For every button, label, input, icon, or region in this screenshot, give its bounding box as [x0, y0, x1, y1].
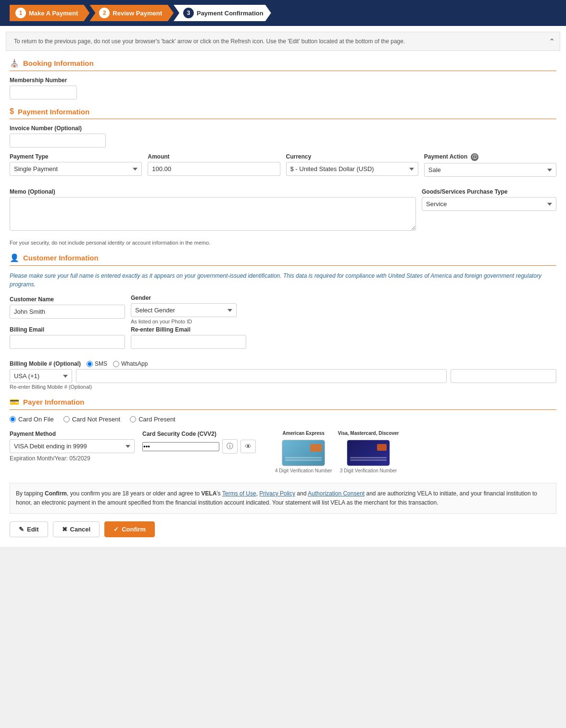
sms-label: SMS: [95, 360, 107, 367]
mobile-label-row: Billing Mobile # (Optional) SMS WhatsApp: [10, 360, 556, 367]
cancel-button[interactable]: ✖ Cancel: [53, 521, 100, 537]
step-3-label: Payment Confirmation: [197, 10, 264, 17]
cancel-label: Cancel: [70, 526, 91, 533]
invoice-input[interactable]: [10, 134, 106, 148]
visa-label: Visa, Mastercard, Discover: [338, 431, 399, 436]
confirm-button[interactable]: ✓ Confirm: [104, 521, 155, 537]
mobile-input[interactable]: [76, 369, 447, 383]
action-buttons: ✎ Edit ✖ Cancel ✓ Confirm: [10, 521, 556, 537]
photo-id-note: As listed on your Photo ID: [131, 319, 237, 324]
booking-icon: ⛪: [10, 59, 19, 68]
billing-email-group: Billing Email: [10, 326, 125, 349]
membership-number-input[interactable]: [10, 86, 77, 99]
re-mobile-input[interactable]: [451, 369, 556, 383]
cvv-show-button[interactable]: 👁: [240, 440, 256, 453]
invoice-label: Invoice Number (Optional): [10, 125, 556, 132]
terms-confirm-bold: Confirm: [45, 490, 67, 497]
step-2-number: 2: [99, 8, 110, 18]
memo-row: Memo (Optional) Goods/Services Purchase …: [10, 188, 556, 238]
customer-note: Please make sure your full name is enter…: [10, 271, 556, 289]
payer-title: Payer Information: [23, 398, 85, 406]
payer-icon: 💳: [10, 397, 19, 407]
customer-section-header: 👤 Customer Information: [10, 253, 556, 266]
privacy-policy-link[interactable]: Privacy Policy: [259, 490, 295, 497]
currency-select[interactable]: $ - United States Dollar (USD) € - Euro …: [286, 162, 418, 176]
card-on-file-text: Card On File: [18, 416, 54, 423]
sms-radio[interactable]: [87, 361, 93, 367]
re-email-group: Re-enter Billing Email: [131, 326, 246, 349]
step-1-label: Make A Payment: [29, 10, 78, 17]
collapse-banner-button[interactable]: ⌃: [549, 37, 555, 46]
terms-prefix: By tapping: [16, 490, 45, 497]
payment-icon: $: [10, 107, 14, 116]
memo-group: Memo (Optional): [10, 188, 416, 232]
whatsapp-radio[interactable]: [113, 361, 119, 367]
currency-group: Currency $ - United States Dollar (USD) …: [286, 153, 418, 177]
payer-section-header: 💳 Payer Information: [10, 397, 556, 410]
terms-middle: , you confirm you are 18 years or older …: [67, 490, 201, 497]
cvv-help-button[interactable]: ⓘ: [222, 439, 238, 454]
card-on-file-radio[interactable]: [10, 416, 16, 422]
payment-action-select[interactable]: Sale Authorize: [424, 163, 556, 177]
cancel-icon: ✖: [62, 526, 67, 533]
visa-card-image: Visa, Mastercard, Discover 3 Digit Verif…: [338, 431, 399, 473]
customer-title: Customer Information: [23, 254, 99, 262]
gender-label: Gender: [131, 295, 237, 301]
billing-email-input[interactable]: [10, 335, 125, 349]
re-email-input[interactable]: [131, 335, 246, 349]
amount-input[interactable]: 100.00: [148, 162, 280, 176]
goods-label: Goods/Services Purchase Type: [422, 188, 556, 195]
invoice-group: Invoice Number (Optional): [10, 125, 556, 148]
amount-group: Amount 100.00: [148, 153, 280, 177]
amex-card-lines: [285, 457, 322, 462]
step-1[interactable]: 1 Make A Payment: [10, 5, 89, 21]
goods-group: Goods/Services Purchase Type Service Goo…: [422, 188, 556, 211]
payment-action-label: Payment Action ⓘ: [424, 153, 556, 161]
card-not-present-text: Card Not Present: [72, 416, 120, 423]
card-line-1: [285, 457, 322, 458]
card-line-2: [285, 459, 322, 461]
mobile-label: Billing Mobile # (Optional): [10, 360, 81, 367]
payment-action-group: Payment Action ⓘ Sale Authorize: [424, 153, 556, 177]
mobile-radio-group: SMS WhatsApp: [87, 360, 148, 367]
remobile-label: Re-enter Billing Mobile # (Optional): [10, 384, 556, 390]
card-present-label[interactable]: Card Present: [130, 416, 176, 423]
re-email-label: Re-enter Billing Email: [131, 326, 246, 333]
booking-title: Booking Information: [23, 59, 94, 67]
edit-button[interactable]: ✎ Edit: [10, 521, 48, 537]
step-2[interactable]: 2 Review Payment: [89, 5, 174, 21]
card-present-radio[interactable]: [130, 416, 136, 422]
terms-text: By tapping Confirm, you confirm you are …: [10, 483, 556, 514]
customer-name-input[interactable]: John Smith: [10, 305, 125, 319]
payment-method-select[interactable]: VISA Debit ending in 9999 Add New Card: [10, 439, 135, 453]
amex-label: American Express: [283, 431, 325, 436]
card-not-present-radio[interactable]: [63, 416, 70, 422]
confirm-label: Confirm: [122, 526, 146, 533]
amount-label: Amount: [148, 153, 280, 160]
terms-of-use-link[interactable]: Terms of Use: [222, 490, 256, 497]
whatsapp-radio-label[interactable]: WhatsApp: [113, 360, 148, 367]
cvv-input-row: ⓘ 👁: [142, 439, 267, 454]
goods-select[interactable]: Service Goods Digital Goods Physical Goo…: [422, 197, 556, 211]
payment-section-header: $ Payment Information: [10, 107, 556, 119]
card-on-file-label[interactable]: Card On File: [10, 416, 54, 423]
step-1-number: 1: [15, 8, 26, 18]
card-not-present-label[interactable]: Card Not Present: [63, 416, 120, 423]
auth-consent-link[interactable]: Authorization Consent: [308, 490, 365, 497]
cvv-group: Card Security Code (CVV2) ⓘ 👁: [142, 431, 267, 454]
gender-select[interactable]: Select Gender Male Female Non-binary Pre…: [131, 303, 237, 317]
name-gender-row: Customer Name John Smith Gender Select G…: [10, 295, 556, 324]
payer-radio-group: Card On File Card Not Present Card Prese…: [10, 416, 556, 423]
booking-section-header: ⛪ Booking Information: [10, 59, 556, 71]
step-3[interactable]: 3 Payment Confirmation: [174, 5, 271, 21]
country-code-select[interactable]: USA (+1) UK (+44) CA (+1): [10, 369, 72, 383]
payment-type-select[interactable]: Single Payment Recurring Payment: [10, 162, 142, 176]
memo-label: Memo (Optional): [10, 188, 416, 195]
memo-input[interactable]: [10, 197, 416, 231]
payment-title: Payment Information: [18, 108, 89, 116]
sms-radio-label[interactable]: SMS: [87, 360, 107, 367]
cvv-input[interactable]: [142, 442, 219, 451]
amex-card-visual: [282, 440, 325, 466]
gender-group: Gender Select Gender Male Female Non-bin…: [131, 295, 237, 324]
payment-action-info-icon[interactable]: ⓘ: [471, 153, 478, 161]
